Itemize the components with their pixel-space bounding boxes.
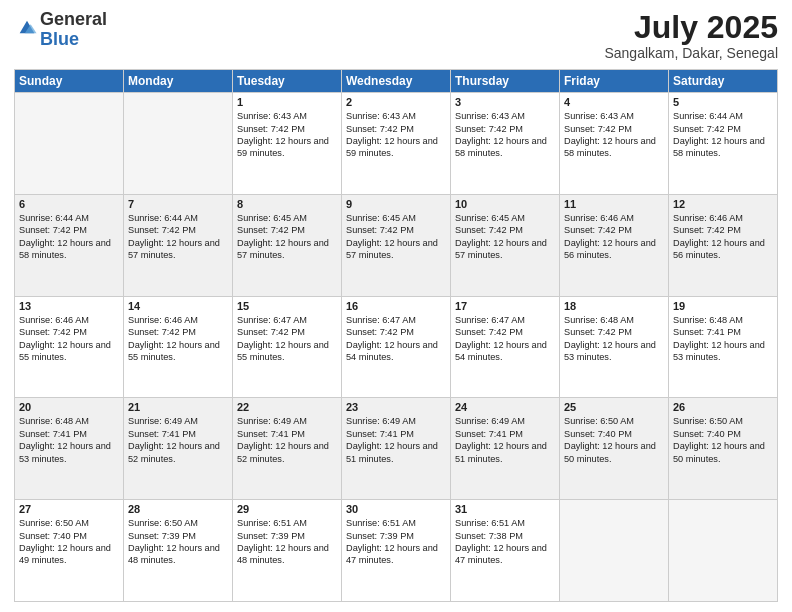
day-number: 29 — [237, 503, 337, 515]
day-number: 28 — [128, 503, 228, 515]
table-row: 26Sunrise: 6:50 AMSunset: 7:40 PMDayligh… — [669, 398, 778, 500]
calendar-header-row: Sunday Monday Tuesday Wednesday Thursday… — [15, 70, 778, 93]
day-number: 25 — [564, 401, 664, 413]
table-row — [560, 500, 669, 602]
table-row: 12Sunrise: 6:46 AMSunset: 7:42 PMDayligh… — [669, 194, 778, 296]
logo: General Blue — [14, 10, 107, 50]
day-info: Sunrise: 6:47 AMSunset: 7:42 PMDaylight:… — [237, 314, 337, 364]
table-row: 7Sunrise: 6:44 AMSunset: 7:42 PMDaylight… — [124, 194, 233, 296]
day-info: Sunrise: 6:43 AMSunset: 7:42 PMDaylight:… — [237, 110, 337, 160]
table-row: 9Sunrise: 6:45 AMSunset: 7:42 PMDaylight… — [342, 194, 451, 296]
day-number: 9 — [346, 198, 446, 210]
table-row: 17Sunrise: 6:47 AMSunset: 7:42 PMDayligh… — [451, 296, 560, 398]
table-row — [124, 93, 233, 195]
table-row: 21Sunrise: 6:49 AMSunset: 7:41 PMDayligh… — [124, 398, 233, 500]
day-info: Sunrise: 6:43 AMSunset: 7:42 PMDaylight:… — [455, 110, 555, 160]
day-info: Sunrise: 6:50 AMSunset: 7:40 PMDaylight:… — [564, 415, 664, 465]
table-row: 29Sunrise: 6:51 AMSunset: 7:39 PMDayligh… — [233, 500, 342, 602]
day-info: Sunrise: 6:48 AMSunset: 7:41 PMDaylight:… — [673, 314, 773, 364]
day-info: Sunrise: 6:50 AMSunset: 7:40 PMDaylight:… — [673, 415, 773, 465]
day-number: 1 — [237, 96, 337, 108]
day-info: Sunrise: 6:44 AMSunset: 7:42 PMDaylight:… — [673, 110, 773, 160]
day-info: Sunrise: 6:43 AMSunset: 7:42 PMDaylight:… — [346, 110, 446, 160]
col-thursday: Thursday — [451, 70, 560, 93]
day-info: Sunrise: 6:46 AMSunset: 7:42 PMDaylight:… — [673, 212, 773, 262]
table-row: 20Sunrise: 6:48 AMSunset: 7:41 PMDayligh… — [15, 398, 124, 500]
day-number: 7 — [128, 198, 228, 210]
col-monday: Monday — [124, 70, 233, 93]
table-row: 11Sunrise: 6:46 AMSunset: 7:42 PMDayligh… — [560, 194, 669, 296]
day-info: Sunrise: 6:45 AMSunset: 7:42 PMDaylight:… — [237, 212, 337, 262]
day-number: 18 — [564, 300, 664, 312]
day-info: Sunrise: 6:48 AMSunset: 7:42 PMDaylight:… — [564, 314, 664, 364]
logo-blue-text: Blue — [40, 29, 79, 49]
calendar-week-row: 6Sunrise: 6:44 AMSunset: 7:42 PMDaylight… — [15, 194, 778, 296]
day-info: Sunrise: 6:50 AMSunset: 7:40 PMDaylight:… — [19, 517, 119, 567]
day-info: Sunrise: 6:44 AMSunset: 7:42 PMDaylight:… — [19, 212, 119, 262]
table-row: 16Sunrise: 6:47 AMSunset: 7:42 PMDayligh… — [342, 296, 451, 398]
day-info: Sunrise: 6:49 AMSunset: 7:41 PMDaylight:… — [237, 415, 337, 465]
day-info: Sunrise: 6:49 AMSunset: 7:41 PMDaylight:… — [346, 415, 446, 465]
page: General Blue July 2025 Sangalkam, Dakar,… — [0, 0, 792, 612]
table-row: 6Sunrise: 6:44 AMSunset: 7:42 PMDaylight… — [15, 194, 124, 296]
day-info: Sunrise: 6:51 AMSunset: 7:39 PMDaylight:… — [346, 517, 446, 567]
day-info: Sunrise: 6:43 AMSunset: 7:42 PMDaylight:… — [564, 110, 664, 160]
day-number: 10 — [455, 198, 555, 210]
table-row: 2Sunrise: 6:43 AMSunset: 7:42 PMDaylight… — [342, 93, 451, 195]
day-number: 14 — [128, 300, 228, 312]
table-row: 19Sunrise: 6:48 AMSunset: 7:41 PMDayligh… — [669, 296, 778, 398]
table-row: 13Sunrise: 6:46 AMSunset: 7:42 PMDayligh… — [15, 296, 124, 398]
day-number: 4 — [564, 96, 664, 108]
table-row: 25Sunrise: 6:50 AMSunset: 7:40 PMDayligh… — [560, 398, 669, 500]
day-info: Sunrise: 6:46 AMSunset: 7:42 PMDaylight:… — [19, 314, 119, 364]
day-number: 22 — [237, 401, 337, 413]
day-info: Sunrise: 6:46 AMSunset: 7:42 PMDaylight:… — [128, 314, 228, 364]
calendar-week-row: 1Sunrise: 6:43 AMSunset: 7:42 PMDaylight… — [15, 93, 778, 195]
day-info: Sunrise: 6:47 AMSunset: 7:42 PMDaylight:… — [455, 314, 555, 364]
table-row: 27Sunrise: 6:50 AMSunset: 7:40 PMDayligh… — [15, 500, 124, 602]
day-info: Sunrise: 6:50 AMSunset: 7:39 PMDaylight:… — [128, 517, 228, 567]
title-location: Sangalkam, Dakar, Senegal — [604, 45, 778, 61]
logo-icon — [16, 17, 38, 39]
col-friday: Friday — [560, 70, 669, 93]
table-row: 15Sunrise: 6:47 AMSunset: 7:42 PMDayligh… — [233, 296, 342, 398]
day-info: Sunrise: 6:46 AMSunset: 7:42 PMDaylight:… — [564, 212, 664, 262]
day-number: 20 — [19, 401, 119, 413]
day-info: Sunrise: 6:48 AMSunset: 7:41 PMDaylight:… — [19, 415, 119, 465]
table-row: 30Sunrise: 6:51 AMSunset: 7:39 PMDayligh… — [342, 500, 451, 602]
calendar-week-row: 20Sunrise: 6:48 AMSunset: 7:41 PMDayligh… — [15, 398, 778, 500]
day-number: 5 — [673, 96, 773, 108]
table-row: 24Sunrise: 6:49 AMSunset: 7:41 PMDayligh… — [451, 398, 560, 500]
day-number: 16 — [346, 300, 446, 312]
title-month: July 2025 — [604, 10, 778, 45]
col-tuesday: Tuesday — [233, 70, 342, 93]
calendar-week-row: 13Sunrise: 6:46 AMSunset: 7:42 PMDayligh… — [15, 296, 778, 398]
day-info: Sunrise: 6:47 AMSunset: 7:42 PMDaylight:… — [346, 314, 446, 364]
day-number: 27 — [19, 503, 119, 515]
day-info: Sunrise: 6:49 AMSunset: 7:41 PMDaylight:… — [455, 415, 555, 465]
table-row: 10Sunrise: 6:45 AMSunset: 7:42 PMDayligh… — [451, 194, 560, 296]
day-info: Sunrise: 6:45 AMSunset: 7:42 PMDaylight:… — [455, 212, 555, 262]
col-saturday: Saturday — [669, 70, 778, 93]
table-row: 5Sunrise: 6:44 AMSunset: 7:42 PMDaylight… — [669, 93, 778, 195]
table-row: 22Sunrise: 6:49 AMSunset: 7:41 PMDayligh… — [233, 398, 342, 500]
table-row: 3Sunrise: 6:43 AMSunset: 7:42 PMDaylight… — [451, 93, 560, 195]
calendar-table: Sunday Monday Tuesday Wednesday Thursday… — [14, 69, 778, 602]
day-info: Sunrise: 6:51 AMSunset: 7:39 PMDaylight:… — [237, 517, 337, 567]
day-number: 23 — [346, 401, 446, 413]
table-row: 8Sunrise: 6:45 AMSunset: 7:42 PMDaylight… — [233, 194, 342, 296]
table-row: 31Sunrise: 6:51 AMSunset: 7:38 PMDayligh… — [451, 500, 560, 602]
table-row — [15, 93, 124, 195]
day-number: 11 — [564, 198, 664, 210]
day-number: 30 — [346, 503, 446, 515]
day-info: Sunrise: 6:45 AMSunset: 7:42 PMDaylight:… — [346, 212, 446, 262]
day-number: 15 — [237, 300, 337, 312]
col-wednesday: Wednesday — [342, 70, 451, 93]
table-row: 23Sunrise: 6:49 AMSunset: 7:41 PMDayligh… — [342, 398, 451, 500]
day-number: 24 — [455, 401, 555, 413]
day-number: 2 — [346, 96, 446, 108]
day-number: 3 — [455, 96, 555, 108]
table-row: 4Sunrise: 6:43 AMSunset: 7:42 PMDaylight… — [560, 93, 669, 195]
day-info: Sunrise: 6:51 AMSunset: 7:38 PMDaylight:… — [455, 517, 555, 567]
day-number: 19 — [673, 300, 773, 312]
